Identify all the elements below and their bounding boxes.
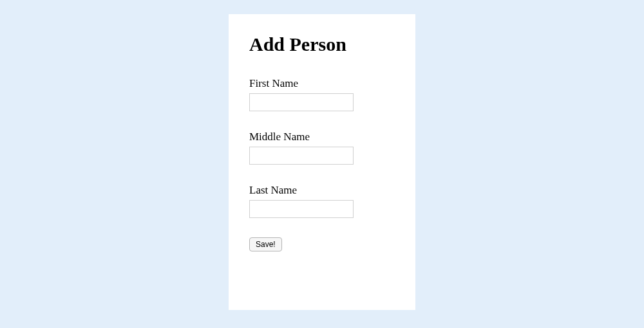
input-middle-name[interactable] (249, 147, 354, 165)
page-title: Add Person (249, 33, 395, 55)
field-last-name: Last Name (249, 184, 395, 218)
label-last-name: Last Name (249, 184, 395, 197)
form-card: Add Person First Name Middle Name Last N… (229, 14, 415, 310)
field-first-name: First Name (249, 77, 395, 111)
save-button[interactable]: Save! (249, 237, 282, 251)
input-last-name[interactable] (249, 200, 354, 218)
label-first-name: First Name (249, 77, 395, 90)
field-middle-name: Middle Name (249, 131, 395, 165)
input-first-name[interactable] (249, 93, 354, 111)
label-middle-name: Middle Name (249, 131, 395, 143)
